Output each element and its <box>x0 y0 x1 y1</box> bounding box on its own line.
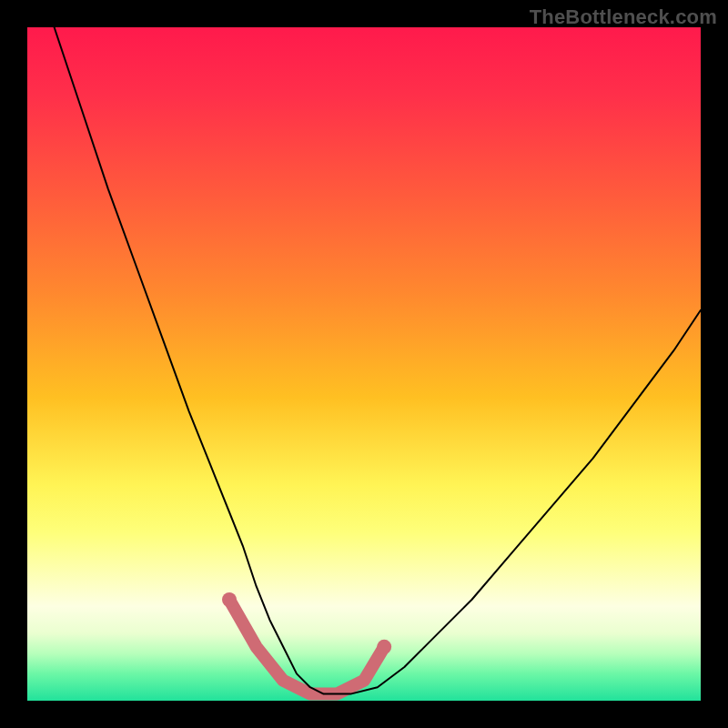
curve-layer <box>27 27 701 701</box>
highlight-dot-start <box>222 592 237 607</box>
highlight-segment <box>222 592 391 694</box>
bottleneck-curve <box>55 27 701 694</box>
watermark-text: TheBottleneck.com <box>530 5 717 29</box>
plot-area <box>27 27 701 701</box>
highlight-path <box>229 600 384 694</box>
chart-stage: TheBottleneck.com <box>0 0 728 728</box>
highlight-dot-end <box>377 640 391 654</box>
